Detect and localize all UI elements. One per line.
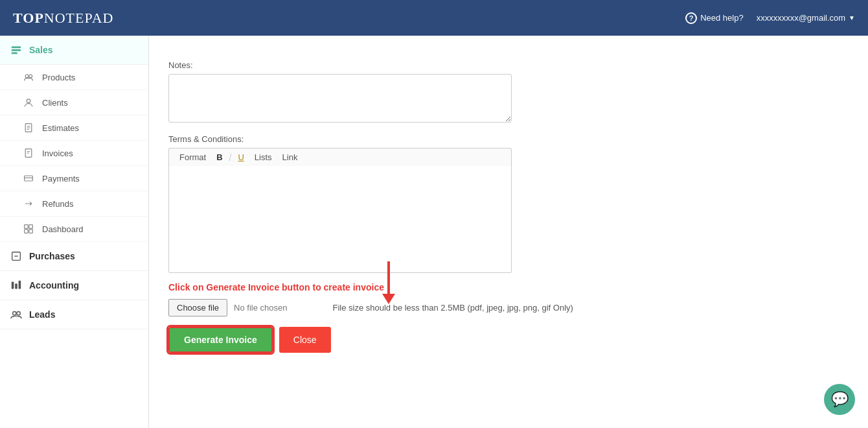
no-file-text: No file chosen: [234, 303, 287, 313]
toolbar-format[interactable]: Format: [174, 151, 211, 163]
layout: Sales Products Clients: [0, 36, 868, 428]
dashboard-icon: [23, 223, 34, 235]
leads-label: Leads: [29, 309, 55, 320]
estimates-label: Estimates: [42, 123, 79, 133]
notes-textarea[interactable]: [168, 74, 512, 123]
chevron-down-icon: ▼: [849, 14, 855, 21]
sidebar: Sales Products Clients: [0, 36, 149, 428]
accounting-label: Accounting: [29, 280, 79, 291]
notes-section: Notes:: [168, 60, 849, 123]
svg-point-4: [29, 75, 32, 78]
sidebar-group-purchases[interactable]: Purchases: [0, 242, 148, 271]
invoices-label: Invoices: [42, 149, 73, 158]
clients-icon: [23, 97, 34, 108]
generate-invoice-button[interactable]: Generate Invoice: [168, 327, 273, 353]
terms-toolbar: Format B / U Lists Link: [168, 148, 512, 166]
estimates-icon: [23, 122, 34, 134]
help-icon: ?: [685, 12, 697, 24]
dashboard-label: Dashboard: [42, 224, 84, 234]
products-label: Products: [42, 73, 75, 82]
logo: TopNotepad: [13, 10, 113, 27]
refunds-label: Refunds: [42, 199, 73, 209]
svg-rect-18: [29, 230, 33, 233]
action-buttons: Generate Invoice Close: [168, 327, 849, 353]
sidebar-item-dashboard[interactable]: Dashboard: [0, 217, 148, 242]
choose-file-button[interactable]: Choose file: [168, 299, 227, 316]
svg-rect-13: [25, 176, 33, 181]
payments-label: Payments: [42, 174, 80, 184]
svg-point-5: [27, 99, 30, 103]
toolbar-lists[interactable]: Lists: [249, 151, 277, 163]
svg-rect-21: [12, 282, 14, 289]
file-size-info: File size should be less than 2.5MB (pdf…: [332, 303, 573, 313]
toolbar-link[interactable]: Link: [277, 151, 303, 163]
svg-rect-1: [12, 49, 21, 51]
invoices-icon: [23, 147, 34, 159]
svg-rect-16: [29, 225, 33, 229]
help-label: Need help?: [700, 13, 744, 23]
svg-rect-17: [25, 230, 29, 233]
svg-point-25: [17, 312, 20, 315]
svg-rect-2: [12, 53, 17, 54]
leads-icon: [10, 308, 23, 321]
separator-1: /: [229, 152, 232, 163]
chat-icon: 💬: [831, 391, 849, 408]
sales-icon: [10, 43, 23, 56]
payments-icon: [23, 172, 34, 184]
sidebar-group-accounting[interactable]: Accounting: [0, 271, 148, 300]
main-content: Notes: Terms & Conditions: Format B / U …: [149, 36, 868, 428]
close-button[interactable]: Close: [279, 327, 331, 353]
sidebar-item-clients[interactable]: Clients: [0, 90, 148, 115]
refunds-icon: [23, 198, 34, 209]
toolbar-bold[interactable]: B: [211, 151, 227, 163]
user-menu[interactable]: xxxxxxxxxx@gmail.com ▼: [757, 13, 855, 23]
help-link[interactable]: ? Need help?: [685, 12, 744, 24]
svg-rect-15: [25, 225, 29, 229]
chat-bubble[interactable]: 💬: [824, 384, 855, 415]
products-icon: [23, 71, 34, 83]
sidebar-item-products[interactable]: Products: [0, 65, 148, 90]
sidebar-item-estimates[interactable]: Estimates: [0, 115, 148, 141]
terms-section: Terms & Conditions: Format B / U Lists L…: [168, 134, 849, 273]
file-upload-row: Choose file No file chosen File size sho…: [168, 299, 849, 316]
purchases-label: Purchases: [29, 251, 75, 261]
terms-label: Terms & Conditions:: [168, 134, 849, 144]
clients-label: Clients: [42, 98, 68, 108]
accounting-icon: [10, 279, 23, 292]
svg-rect-0: [12, 47, 21, 49]
toolbar-underline[interactable]: U: [233, 151, 249, 163]
user-email: xxxxxxxxxx@gmail.com: [757, 13, 845, 23]
header-right: ? Need help? xxxxxxxxxx@gmail.com ▼: [685, 12, 855, 24]
sidebar-item-invoices[interactable]: Invoices: [0, 141, 148, 166]
purchases-icon: [10, 250, 23, 263]
generate-message: Click on Generate Invoice button to crea…: [168, 282, 849, 292]
notes-label: Notes:: [168, 60, 849, 70]
svg-point-3: [25, 75, 29, 78]
file-upload-container: Choose file No file chosen File size sho…: [168, 299, 849, 316]
header: TopNotepad ? Need help? xxxxxxxxxx@gmail…: [0, 0, 868, 36]
sidebar-item-refunds[interactable]: Refunds: [0, 191, 148, 217]
terms-editor[interactable]: [168, 166, 512, 273]
svg-rect-23: [19, 281, 21, 289]
sales-label: Sales: [29, 45, 53, 55]
svg-rect-22: [15, 283, 17, 289]
sidebar-group-leads[interactable]: Leads: [0, 300, 148, 329]
svg-point-24: [13, 312, 16, 315]
sidebar-group-sales[interactable]: Sales: [0, 36, 148, 65]
sidebar-item-payments[interactable]: Payments: [0, 166, 148, 191]
